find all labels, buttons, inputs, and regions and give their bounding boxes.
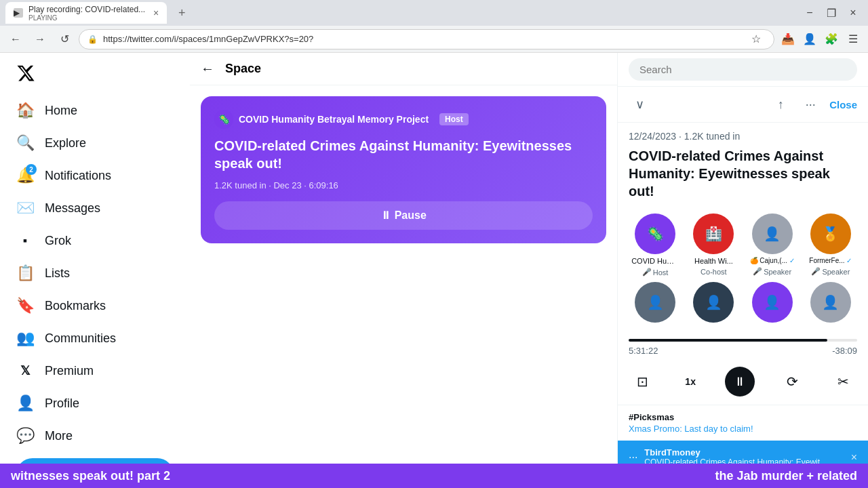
sidebar-item-grok[interactable]: ▪ Grok <box>8 225 182 256</box>
sidebar-item-explore[interactable]: 🔍 Explore <box>8 127 182 159</box>
new-tab-button[interactable]: + <box>172 3 191 22</box>
sidebar-item-bookmarks[interactable]: 🔖 Bookmarks <box>8 290 182 321</box>
extensions-icon[interactable]: 🧩 <box>822 30 841 49</box>
speaker-name-3: 🍊 Cajun,(... ✓ <box>750 257 795 264</box>
sidebar-item-more[interactable]: 💬 More <box>8 420 182 451</box>
notif-close-button[interactable]: × <box>851 451 857 464</box>
twitter-logo[interactable] <box>8 58 182 91</box>
back-arrow-button[interactable]: ← <box>201 61 214 77</box>
speaker-card-8: 👤 <box>804 282 857 323</box>
sidebar-messages-label: Messages <box>45 201 100 216</box>
notif-icon: ··· <box>629 451 637 464</box>
tab-favicon: ▶ <box>14 8 23 18</box>
host-avatar: 🦠 <box>214 110 233 129</box>
window-controls: − ❐ × <box>800 3 863 22</box>
explore-icon: 🔍 <box>16 134 34 152</box>
sidebar-item-home[interactable]: 🏠 Home <box>8 95 182 126</box>
profile-nav-icon: 👤 <box>16 394 34 412</box>
notification-badge: 2 <box>26 164 37 175</box>
browser-chrome: ▶ Play recording: COVID-related... PLAYI… <box>0 0 868 53</box>
more-options-button[interactable]: ··· <box>800 94 821 115</box>
mic-icon-1: 🎤 <box>642 268 652 277</box>
sidebar-home-label: Home <box>45 104 77 118</box>
speaker-role-3: 🎤 Speaker <box>753 267 791 276</box>
browser-titlebar: ▶ Play recording: COVID-related... PLAYI… <box>0 0 868 26</box>
sidebar-item-messages[interactable]: ✉️ Messages <box>8 192 182 224</box>
space-page-header: ← Space <box>190 53 617 85</box>
forward-button[interactable]: ⟳ <box>779 368 806 395</box>
sidebar-item-notifications[interactable]: 🔔 2 Notifications <box>8 160 182 191</box>
ticker-bar: witnesses speak out! part 2 the Jab murd… <box>0 464 868 488</box>
toolbar-actions: 📥 👤 🧩 ☰ <box>778 30 863 49</box>
communities-icon: 👥 <box>16 329 34 347</box>
sidebar: 🏠 Home 🔍 Explore 🔔 2 Notifications ✉️ Me… <box>0 53 190 488</box>
progress-bar-track[interactable] <box>629 339 857 342</box>
speaker-card-4: 🏅 FormerFe... ✓ 🎤 Speaker <box>804 214 857 277</box>
sidebar-item-communities[interactable]: 👥 Communities <box>8 323 182 354</box>
browser-tab[interactable]: ▶ Play recording: COVID-related... PLAYI… <box>5 2 167 24</box>
speaker-name-4: FormerFe... ✓ <box>809 257 852 264</box>
panel-body: 12/24/2023 · 1.2K tuned in COVID-related… <box>618 123 868 488</box>
speaker-avatar-2: 🏥 <box>693 214 734 254</box>
close-button[interactable]: × <box>844 3 863 22</box>
pocket-icon[interactable]: 📥 <box>778 30 797 49</box>
captions-button[interactable]: ⊡ <box>629 368 656 395</box>
progress-times: 5:31:22 -38:09 <box>629 346 857 356</box>
back-button[interactable]: ← <box>5 29 26 49</box>
space-card-title: COVID-related Crimes Against Humanity: E… <box>214 137 593 172</box>
tab-subtitle: PLAYING <box>28 14 145 22</box>
sidebar-lists-label: Lists <box>45 266 70 281</box>
panel-header: ∨ ↑ ··· Close <box>618 87 868 123</box>
sidebar-premium-label: Premium <box>45 364 94 378</box>
search-input[interactable] <box>629 58 857 81</box>
sidebar-notifications-label: Notifications <box>45 169 111 183</box>
progress-section: 5:31:22 -38:09 <box>618 333 868 361</box>
minimize-button[interactable]: − <box>800 3 819 22</box>
sidebar-item-lists[interactable]: 📋 Lists <box>8 258 182 289</box>
menu-icon[interactable]: ☰ <box>844 30 863 49</box>
star-icon[interactable]: ☆ <box>747 30 766 49</box>
scissors-button[interactable]: ✂ <box>830 368 857 395</box>
speaker-avatar-3: 👤 <box>752 214 793 254</box>
remaining-time: -38:09 <box>832 346 857 356</box>
restore-button[interactable]: ❐ <box>822 3 841 22</box>
speaker-card-2: 🏥 Health Wi... Co-host <box>687 214 740 277</box>
search-bar <box>618 53 868 87</box>
collapse-button[interactable]: ∨ <box>629 94 650 115</box>
address-bar[interactable]: 🔒 https://twitter.com/i/spaces/1mnGepZwV… <box>79 29 774 49</box>
main-content: ← Space 🦠 COVID Humanity Betrayal Memory… <box>190 53 617 488</box>
refresh-button[interactable]: ↺ <box>54 29 75 49</box>
forward-button[interactable]: → <box>30 29 50 49</box>
url-display: https://twitter.com/i/spaces/1mnGepZwVPR… <box>103 34 741 44</box>
panel-event-title: COVID-related Crimes Against Humanity: E… <box>618 147 868 208</box>
sidebar-explore-label: Explore <box>45 136 86 150</box>
play-pause-button[interactable]: ⏸ <box>725 367 755 396</box>
promo-banner: #Picksmas Xmas Promo: Last day to claim! <box>618 405 868 441</box>
speaker-role-1: 🎤 Host <box>642 268 669 277</box>
notif-user-name: TbirdTmoney <box>644 447 844 458</box>
promo-link[interactable]: Xmas Promo: Last day to claim! <box>629 424 857 434</box>
speaker-avatar-1: 🦠 <box>635 214 675 254</box>
browser-toolbar: ← → ↺ 🔒 https://twitter.com/i/spaces/1mn… <box>0 26 868 53</box>
pause-button[interactable]: ⏸ Pause <box>214 201 593 230</box>
current-time: 5:31:22 <box>629 346 658 356</box>
speaker-card-1: 🦠 COVID Hum... 🎤 Host <box>629 214 682 277</box>
space-card: 🦠 COVID Humanity Betrayal Memory Project… <box>201 96 606 243</box>
speaker-card-5: 👤 <box>629 282 682 323</box>
sidebar-item-profile[interactable]: 👤 Profile <box>8 388 182 419</box>
profile-icon[interactable]: 👤 <box>800 30 819 49</box>
sidebar-item-premium[interactable]: 𝕏 Premium <box>8 355 182 386</box>
bookmarks-icon: 🔖 <box>16 297 34 314</box>
share-button[interactable]: ↑ <box>770 94 791 115</box>
page-title: Space <box>225 62 261 76</box>
speed-button[interactable]: 1x <box>679 371 701 392</box>
grok-icon: ▪ <box>16 232 34 249</box>
close-panel-button[interactable]: Close <box>829 99 857 110</box>
messages-icon: ✉️ <box>16 199 34 217</box>
tab-close-button[interactable]: × <box>153 7 159 18</box>
promo-tag: #Picksmas <box>629 412 857 422</box>
right-panel: ∨ ↑ ··· Close 12/24/2023 · 1.2K tuned in… <box>617 53 868 488</box>
sidebar-profile-label: Profile <box>45 396 79 411</box>
panel-meta-date: 12/24/2023 · 1.2K tuned in <box>618 123 868 147</box>
tab-title: Play recording: COVID-related... <box>28 5 145 14</box>
